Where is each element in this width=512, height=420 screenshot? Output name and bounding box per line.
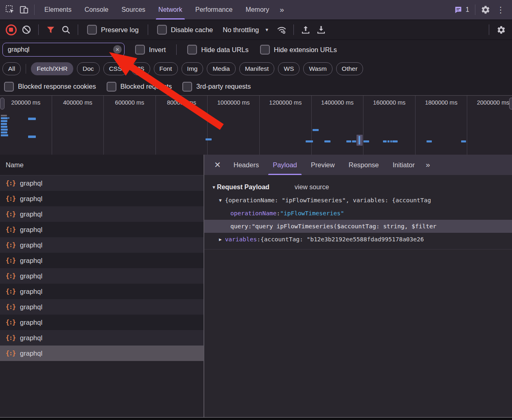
timeline-tick-label: 400000 ms	[52, 96, 104, 155]
checkbox[interactable]	[182, 82, 192, 92]
tab-sources[interactable]: Sources	[115, 0, 152, 20]
timeline-request-bar	[8, 117, 9, 119]
checkbox[interactable]	[157, 25, 167, 35]
tab-performance[interactable]: Performance	[189, 0, 239, 20]
console-messages-badge[interactable]: 1	[451, 5, 472, 14]
request-row-graphql[interactable]: {:}graphql	[0, 253, 203, 268]
request-name: graphql	[20, 272, 42, 280]
import-har-icon[interactable]	[299, 23, 313, 37]
timeline-request-bar	[1, 117, 8, 119]
invert-checkbox[interactable]: Invert	[128, 45, 170, 55]
detail-tab-payload[interactable]: Payload	[266, 155, 304, 175]
clear-filter-icon[interactable]: ✕	[113, 45, 122, 54]
preserve-log-checkbox[interactable]: Preserve log	[83, 25, 143, 35]
throttling-dropdown[interactable]: No throttling ▼	[219, 26, 273, 34]
filter-chip-ws[interactable]: WS	[278, 62, 300, 75]
hide-data-urls-label: Hide data URLs	[201, 46, 248, 54]
request-row-graphql[interactable]: {:}graphql	[0, 284, 203, 299]
network-settings-gear-icon[interactable]	[494, 23, 508, 37]
payload-summary-row[interactable]: ▼ {operationName: "ipFlowTimeseries", va…	[204, 194, 512, 207]
record-network-log-button[interactable]	[4, 23, 18, 37]
filter-chip-media[interactable]: Media	[207, 62, 235, 75]
request-row-graphql[interactable]: {:}graphql	[0, 175, 203, 191]
timeline-request-bar	[1, 120, 7, 122]
timeline-request-bar	[461, 140, 466, 142]
checkbox[interactable]	[4, 82, 14, 92]
request-row-graphql[interactable]: {:}graphql	[0, 330, 203, 346]
variables-key: variables	[225, 236, 257, 243]
name-column-header[interactable]: Name	[0, 155, 203, 175]
search-icon[interactable]	[59, 23, 73, 37]
filter-input[interactable]	[3, 46, 124, 53]
third-party-requests-checkbox[interactable]: 3rd-party requests	[182, 82, 251, 92]
export-har-icon[interactable]	[314, 23, 328, 37]
tab-memory[interactable]: Memory	[239, 0, 276, 20]
network-conditions-icon[interactable]	[275, 23, 289, 37]
filter-chip-other[interactable]: Other	[336, 62, 363, 75]
timeline-request-bar	[392, 140, 398, 142]
device-toolbar-icon[interactable]	[17, 3, 31, 17]
detail-tab-preview[interactable]: Preview	[304, 155, 342, 175]
inspect-element-icon[interactable]	[3, 3, 17, 17]
filter-chip-js[interactable]: JS	[131, 62, 150, 75]
operation-name-row[interactable]: operationName: "ipFlowTimeseries"	[204, 207, 512, 220]
detail-tab-headers[interactable]: Headers	[227, 155, 266, 175]
chevron-down-icon: ▼	[265, 27, 269, 32]
filter-funnel-icon[interactable]	[44, 23, 57, 37]
filter-chip-doc[interactable]: Doc	[77, 62, 100, 75]
query-row-selected[interactable]: query: "query ipFlowTimeseries($accountT…	[204, 220, 512, 233]
detail-tab-response[interactable]: Response	[341, 155, 385, 175]
request-row-graphql[interactable]: {:}graphql	[0, 222, 203, 237]
filter-chip-wasm[interactable]: Wasm	[303, 62, 332, 75]
network-overview-timeline[interactable]: 200000 ms400000 ms600000 ms800000 ms1000…	[0, 95, 512, 156]
filter-chip-img[interactable]: Img	[182, 62, 203, 75]
request-row-graphql[interactable]: {:}graphql	[0, 268, 203, 284]
filter-chip-all[interactable]: All	[2, 62, 21, 75]
request-row-graphql[interactable]: {:}graphql	[0, 191, 203, 206]
more-detail-tabs-icon[interactable]: »	[422, 160, 433, 169]
filter-chip-manifest[interactable]: Manifest	[239, 62, 275, 75]
request-row-graphql[interactable]: {:}graphql	[0, 315, 203, 330]
clear-network-log-button[interactable]	[20, 23, 33, 37]
blocked-response-cookies-checkbox[interactable]: Blocked response cookies	[4, 82, 96, 92]
hide-extension-urls-checkbox[interactable]: Hide extension URLs	[256, 45, 341, 55]
variables-value: {accountTag: "b12e3b2192ee5588fdad995178…	[260, 236, 424, 243]
request-row-graphql[interactable]: {:}graphql	[0, 299, 203, 315]
kebab-menu-icon[interactable]: ⋮	[492, 5, 509, 15]
checkbox[interactable]	[187, 45, 197, 55]
timeline-right-handle[interactable]	[509, 98, 512, 109]
disable-cache-checkbox[interactable]: Disable cache	[153, 25, 217, 35]
checkbox[interactable]	[260, 45, 270, 55]
detail-tab-initiator[interactable]: Initiator	[386, 155, 422, 175]
operation-name-key: operationName	[230, 210, 277, 217]
timeline-left-handle[interactable]	[0, 98, 4, 109]
tab-console[interactable]: Console	[78, 0, 115, 20]
filter-chip-font[interactable]: Font	[154, 62, 178, 75]
request-row-graphql[interactable]: {:}graphql	[0, 206, 203, 222]
tab-network[interactable]: Network	[152, 0, 189, 20]
filter-input-box[interactable]: ✕	[2, 43, 125, 57]
settings-gear-icon[interactable]	[479, 3, 492, 17]
request-payload-section[interactable]: ▼ Request Payload	[212, 184, 269, 191]
timeline-tick-label: 1600000 ms	[363, 96, 416, 155]
timeline-tick-label: 600000 ms	[104, 96, 156, 155]
close-details-icon[interactable]: ✕	[208, 160, 227, 170]
hide-data-urls-checkbox[interactable]: Hide data URLs	[183, 45, 252, 55]
filter-chip-css[interactable]: CSS	[103, 62, 128, 75]
request-row-graphql[interactable]: {:}graphql	[0, 346, 203, 361]
blocked-requests-checkbox[interactable]: Blocked requests	[107, 82, 172, 92]
throttling-value: No throttling	[223, 26, 259, 34]
timeline-request-bar	[206, 138, 212, 140]
checkbox[interactable]	[107, 82, 116, 92]
request-row-graphql[interactable]: {:}graphql	[0, 237, 203, 253]
variables-row[interactable]: ▶ variables: {accountTag: "b12e3b2192ee5…	[204, 233, 512, 246]
checkbox[interactable]	[135, 45, 145, 55]
timeline-request-bar	[28, 118, 36, 120]
more-tabs-icon[interactable]: »	[276, 5, 287, 14]
checkbox[interactable]	[87, 25, 97, 35]
tab-elements[interactable]: Elements	[38, 0, 78, 20]
view-source-link[interactable]: view source	[295, 184, 329, 191]
blocked-requests-label: Blocked requests	[120, 83, 172, 90]
filter-chip-fetchxhr[interactable]: Fetch/XHR	[31, 62, 73, 75]
operation-name-value: "ipFlowTimeseries"	[280, 210, 344, 217]
